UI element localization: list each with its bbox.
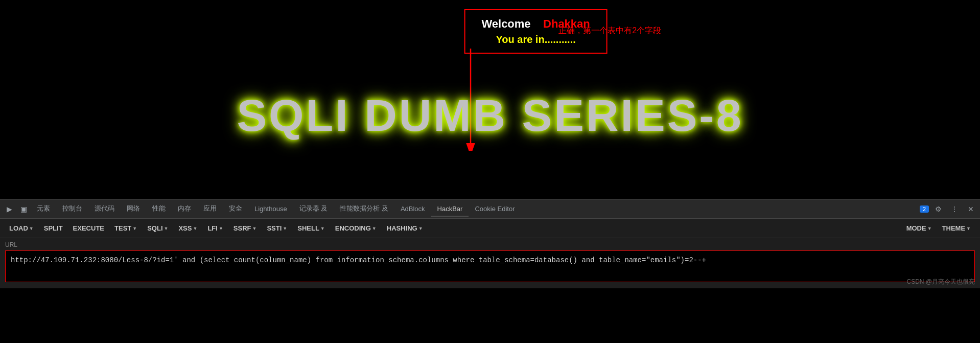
tab-hackbar[interactable]: HackBar [431, 202, 469, 217]
ssti-label: SSTI [267, 224, 282, 232]
mode-arrow: ▼ [927, 226, 932, 231]
welcome-text: Welcome [481, 17, 530, 30]
split-button[interactable]: SPLIT [39, 222, 68, 234]
tab-console[interactable]: 控制台 [56, 201, 88, 217]
url-input[interactable] [5, 250, 975, 282]
encoding-arrow: ▼ [372, 226, 377, 231]
sqli-button[interactable]: SQLI ▼ [142, 222, 173, 234]
tab-elements[interactable]: 元素 [31, 201, 56, 217]
tab-recorder[interactable]: 记录器 及 [293, 201, 334, 217]
csdn-watermark: CSDN @月亮今天也很亮 [906, 278, 975, 286]
theme-arrow: ▼ [966, 226, 971, 231]
tab-security[interactable]: 安全 [223, 201, 248, 217]
box-icon[interactable]: ▣ [16, 202, 31, 216]
theme-button[interactable]: THEME ▼ [937, 222, 976, 234]
ssti-button[interactable]: SSTI ▼ [262, 222, 292, 234]
xss-arrow: ▼ [193, 226, 197, 231]
load-button[interactable]: LOAD ▼ [4, 222, 39, 234]
main-content: Welcome Dhakkan You are in........... 正确… [0, 0, 980, 199]
lfi-arrow: ▼ [219, 226, 223, 231]
devtools-right: 2 ⚙ ⋮ ✕ [920, 202, 978, 216]
close-icon[interactable]: ✕ [964, 202, 978, 216]
mode-label: MODE [906, 224, 926, 232]
tab-performance[interactable]: 性能 [146, 201, 172, 217]
page-title: SQLI DUMB SERIES-8 [237, 89, 743, 142]
execute-button[interactable]: EXECUTE [68, 222, 109, 234]
split-label: SPLIT [44, 224, 63, 232]
hackbar-right: MODE ▼ THEME ▼ [901, 222, 976, 234]
load-arrow: ▼ [29, 226, 34, 231]
load-label: LOAD [9, 224, 28, 232]
test-button[interactable]: TEST ▼ [109, 222, 142, 234]
shell-arrow: ▼ [320, 226, 325, 231]
shell-label: SHELL [297, 224, 319, 232]
shell-button[interactable]: SHELL ▼ [292, 222, 330, 234]
badge: 2 [920, 205, 929, 213]
execute-label: EXECUTE [73, 224, 104, 232]
ssrf-button[interactable]: SSRF ▼ [228, 222, 262, 234]
tab-adblock[interactable]: AdBlock [394, 202, 431, 217]
ellipsis-icon[interactable]: ⋮ [947, 202, 962, 216]
gear-icon[interactable]: ⚙ [931, 202, 945, 216]
tab-sources[interactable]: 源代码 [88, 201, 121, 217]
ssti-arrow: ▼ [283, 226, 287, 231]
sqli-label: SQLI [147, 224, 162, 232]
tab-network[interactable]: 网络 [121, 201, 146, 217]
tab-application[interactable]: 应用 [197, 201, 223, 217]
hashing-button[interactable]: HASHING ▼ [382, 222, 428, 234]
hashing-label: HASHING [387, 224, 417, 232]
chinese-note: 正确，第一个表中有2个字段 [558, 26, 661, 36]
test-label: TEST [114, 224, 131, 232]
xss-button[interactable]: XSS ▼ [173, 222, 202, 234]
cursor-icon[interactable]: ▶ [2, 202, 16, 216]
devtools-bar: ▶ ▣ 元素 控制台 源代码 网络 性能 内存 应用 安全 Lighthouse… [0, 199, 980, 219]
tab-perf-insights[interactable]: 性能数据分析 及 [334, 201, 394, 217]
sqli-arrow: ▼ [164, 226, 169, 231]
hackbar-toolbar: LOAD ▼ SPLIT EXECUTE TEST ▼ SQLI ▼ XSS ▼… [0, 219, 980, 238]
tab-memory[interactable]: 内存 [172, 201, 197, 217]
url-section: URL CSDN @月亮今天也很亮 [0, 238, 980, 288]
ssrf-arrow: ▼ [252, 226, 256, 231]
url-label: URL [5, 241, 975, 248]
tab-lighthouse[interactable]: Lighthouse [248, 202, 293, 217]
hashing-arrow: ▼ [418, 226, 423, 231]
encoding-label: ENCODING [335, 224, 371, 232]
theme-label: THEME [942, 224, 966, 232]
lfi-label: LFI [207, 224, 218, 232]
tab-cookie-editor[interactable]: Cookie Editor [469, 202, 521, 217]
test-arrow: ▼ [132, 226, 137, 231]
ssrf-label: SSRF [234, 224, 251, 232]
encoding-button[interactable]: ENCODING ▼ [330, 222, 382, 234]
lfi-button[interactable]: LFI ▼ [202, 222, 228, 234]
xss-label: XSS [178, 224, 192, 232]
mode-button[interactable]: MODE ▼ [901, 222, 937, 234]
